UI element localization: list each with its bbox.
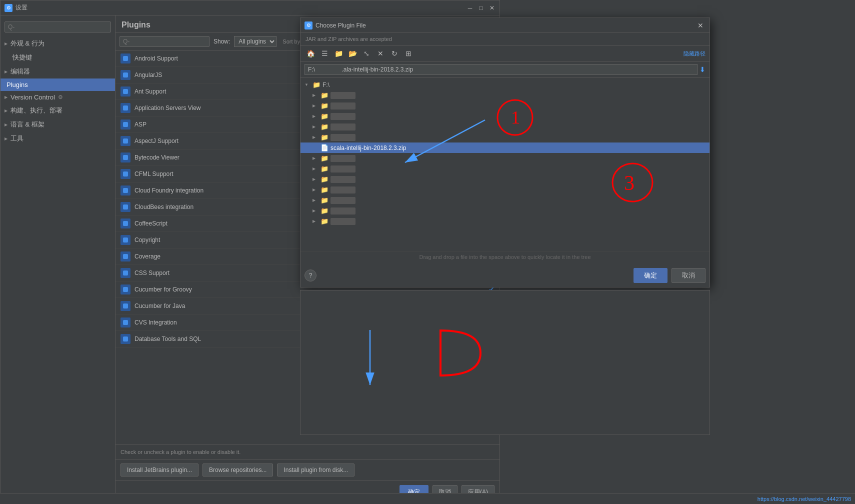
tree-item[interactable]: ▶ 📁 bbox=[300, 132, 710, 142]
folder-icon: 📁 bbox=[320, 165, 328, 172]
tree-item[interactable]: ▶ 📁 bbox=[300, 111, 710, 122]
expand-button[interactable]: ⤡ bbox=[360, 48, 372, 60]
plugin-icon bbox=[120, 252, 130, 262]
tree-item[interactable]: 📄 scala-intellij-bin-2018.2.3.zip bbox=[300, 142, 710, 153]
show-select[interactable]: All plugins bbox=[234, 36, 276, 47]
window-controls: ─ □ ✕ bbox=[466, 4, 496, 12]
tree-item[interactable]: ▶ 📁 bbox=[300, 90, 710, 100]
sidebar-item-tools[interactable]: ▶ 工具 bbox=[0, 132, 115, 146]
svg-rect-10 bbox=[123, 221, 128, 226]
tree-item[interactable]: ▶ 📁 bbox=[300, 206, 710, 216]
blurred-name bbox=[330, 102, 356, 110]
tree-item[interactable]: ▶ 📁 bbox=[300, 153, 710, 164]
plugin-name: CVS Integration bbox=[134, 319, 484, 326]
dialog-subtitle: JAR and ZIP archives are accepted bbox=[300, 33, 710, 46]
minimize-button[interactable]: ─ bbox=[466, 4, 474, 12]
plugin-icon bbox=[120, 301, 130, 311]
plugin-name: Cucumber for Java bbox=[134, 302, 484, 310]
sidebar-item-build[interactable]: ▶ 构建、执行、部署 bbox=[0, 104, 115, 118]
folder-icon: 📁 bbox=[320, 112, 328, 120]
folder-icon: 📁 bbox=[312, 81, 320, 88]
tree-expand-arrow: ▶ bbox=[312, 156, 318, 160]
delete-button[interactable]: ✕ bbox=[374, 48, 386, 60]
path-input[interactable] bbox=[304, 64, 698, 75]
svg-rect-7 bbox=[123, 172, 128, 176]
plugin-checkbox[interactable]: ✔ bbox=[488, 318, 494, 326]
tree-item[interactable]: ▶ 📁 bbox=[300, 100, 710, 111]
plugin-icon bbox=[120, 284, 130, 294]
tree-item[interactable]: ▶ 📁 bbox=[300, 216, 710, 226]
sidebar-item-label: Version Control bbox=[10, 94, 55, 101]
tree-expand-arrow: ▶ bbox=[312, 198, 318, 202]
sidebar-item-label: 构建、执行、部署 bbox=[10, 106, 62, 115]
dialog-cancel-button[interactable]: 取消 bbox=[672, 268, 706, 283]
dialog-ok-button[interactable]: 确定 bbox=[634, 268, 668, 283]
install-disk-button[interactable]: Install plugin from disk... bbox=[277, 464, 354, 476]
svg-rect-0 bbox=[123, 56, 128, 61]
plugin-checkbox[interactable]: ✔ bbox=[488, 302, 494, 310]
sidebar-item-editor[interactable]: ▶ 编辑器 bbox=[0, 64, 115, 78]
arrow-icon: ▶ bbox=[4, 70, 8, 74]
plugin-icon bbox=[120, 186, 130, 196]
plugin-icon bbox=[120, 136, 130, 146]
plugin-checkbox[interactable]: ✔ bbox=[488, 335, 494, 343]
blurred-name bbox=[330, 186, 356, 194]
install-jetbrains-button[interactable]: Install JetBrains plugin... bbox=[120, 464, 198, 476]
sidebar-item-language[interactable]: ▶ 语言 & 框架 bbox=[0, 118, 115, 132]
svg-rect-15 bbox=[123, 304, 128, 308]
arrow-icon: ▶ bbox=[4, 95, 8, 100]
blurred-name bbox=[330, 208, 356, 214]
hidden-path-link[interactable]: 隐藏路径 bbox=[684, 50, 706, 58]
tree-item[interactable]: ▶ 📁 bbox=[300, 174, 710, 184]
sidebar-item-label: 工具 bbox=[10, 134, 24, 143]
blurred-name bbox=[330, 155, 356, 162]
sidebar-item-plugins[interactable]: Plugins bbox=[0, 78, 115, 91]
copy-button[interactable]: ⊞ bbox=[402, 48, 414, 60]
dialog-title: Choose Plugin File bbox=[316, 22, 696, 29]
sidebar-item-label: Plugins bbox=[6, 81, 28, 88]
browse-repos-button[interactable]: Browse repositories... bbox=[202, 464, 273, 476]
blurred-name bbox=[330, 218, 356, 225]
tree-expand-arrow: ▶ bbox=[312, 188, 318, 192]
svg-rect-6 bbox=[123, 155, 128, 160]
plugin-item[interactable]: Cucumber for Java ✔ bbox=[116, 298, 500, 314]
folder-icon: 📁 bbox=[320, 154, 328, 162]
dialog-close-button[interactable]: ✕ bbox=[696, 22, 706, 30]
home-button[interactable]: 🏠 bbox=[304, 48, 316, 60]
view-list-button[interactable]: ☰ bbox=[318, 48, 330, 60]
download-icon: ⬇ bbox=[700, 66, 706, 74]
tree-item[interactable]: ▶ 📁 bbox=[300, 122, 710, 132]
close-button[interactable]: ✕ bbox=[488, 4, 496, 12]
plugins-footer: Check or uncheck a plugin to enable or d… bbox=[116, 444, 500, 459]
arrow-icon: ▶ bbox=[4, 42, 8, 46]
settings-title: 设置 bbox=[16, 4, 466, 12]
svg-rect-12 bbox=[123, 254, 128, 259]
refresh-button[interactable]: ↻ bbox=[388, 48, 400, 60]
tree-item[interactable]: ▶ 📁 bbox=[300, 164, 710, 174]
new-folder-button[interactable]: 📂 bbox=[346, 48, 358, 60]
sidebar-item-label: 快捷键 bbox=[12, 53, 32, 62]
arrow-icon: ▶ bbox=[4, 108, 8, 113]
sidebar-search-input[interactable] bbox=[4, 22, 111, 32]
tree-expand-arrow: ▶ bbox=[312, 124, 318, 129]
tree-item[interactable]: ▶ 📁 bbox=[300, 184, 710, 195]
sidebar-item-shortcuts[interactable]: 快捷键 bbox=[0, 50, 115, 64]
plugin-icon bbox=[120, 54, 130, 64]
plugin-icon bbox=[120, 202, 130, 212]
tree-root[interactable]: ▼ 📁 F:\ bbox=[300, 80, 710, 90]
svg-rect-9 bbox=[123, 204, 128, 210]
tree-item[interactable]: ▶ 📁 bbox=[300, 195, 710, 206]
maximize-button[interactable]: □ bbox=[478, 4, 484, 12]
tree-label: F:\ bbox=[322, 82, 330, 88]
sidebar-item-appearance[interactable]: ▶ 外观 & 行为 bbox=[0, 36, 115, 50]
plugin-item[interactable]: Database Tools and SQL ✔ bbox=[116, 331, 500, 348]
help-button[interactable]: ? bbox=[304, 270, 316, 282]
plugins-search-input[interactable] bbox=[120, 36, 210, 47]
blurred-name bbox=[330, 176, 356, 183]
file-icon: 📄 bbox=[320, 144, 328, 152]
tree-expand-arrow: ▶ bbox=[312, 219, 318, 224]
sidebar-item-vcs[interactable]: ▶ Version Control ⚙ bbox=[0, 91, 115, 104]
folder-up-button[interactable]: 📁 bbox=[332, 48, 344, 60]
tree-expand-arrow: ▶ bbox=[312, 177, 318, 182]
plugin-item[interactable]: CVS Integration ✔ bbox=[116, 314, 500, 331]
